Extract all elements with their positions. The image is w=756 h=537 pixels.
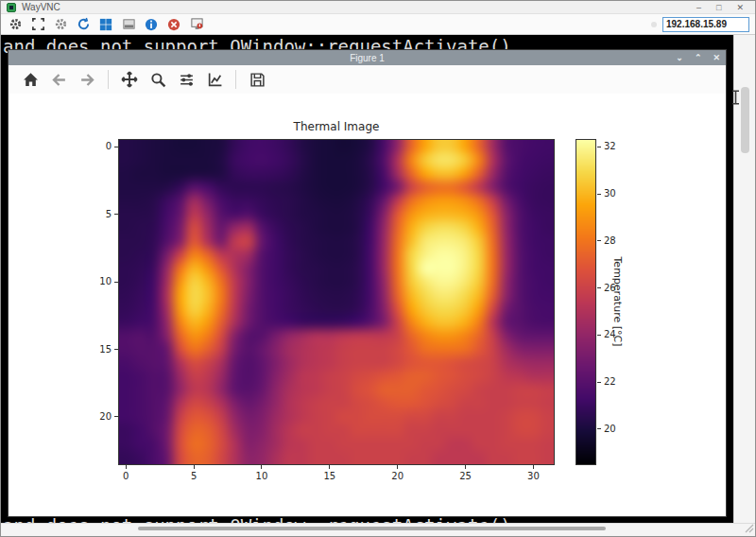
y-tick-mark xyxy=(114,214,118,215)
figure-title: Figure 1 xyxy=(9,53,726,63)
heatmap-axes[interactable] xyxy=(118,139,555,465)
info-icon[interactable] xyxy=(143,16,160,33)
figure-close-icon[interactable]: ✕ xyxy=(713,50,720,65)
screenshot-icon[interactable] xyxy=(120,16,137,33)
x-tick-label: 15 xyxy=(320,471,339,481)
colorbar-tick-label: 26 xyxy=(604,283,616,293)
window-frame xyxy=(1,533,755,536)
colorbar-tick-label: 28 xyxy=(604,235,616,246)
y-tick-mark xyxy=(114,349,118,350)
hotkeys-gear-icon[interactable] xyxy=(7,16,24,33)
horizontal-scrollbar[interactable] xyxy=(1,523,755,533)
toolbar-separator xyxy=(108,70,109,89)
colorbar-tick-mark xyxy=(597,287,601,288)
minimize-icon[interactable]: – xyxy=(696,1,701,14)
x-tick-mark xyxy=(533,465,534,469)
colorbar-tick-label: 30 xyxy=(604,188,616,199)
y-tick-mark xyxy=(114,282,118,283)
back-icon[interactable] xyxy=(46,67,71,92)
resize-grip-icon[interactable] xyxy=(745,524,754,533)
configure-subplots-icon[interactable] xyxy=(174,67,198,92)
x-tick-label: 0 xyxy=(116,471,135,481)
plot-title: Thermal Image xyxy=(119,120,554,133)
colorbar xyxy=(576,139,596,465)
forward-icon[interactable] xyxy=(75,67,99,92)
colorbar-tick-label: 32 xyxy=(604,141,616,151)
x-tick-mark xyxy=(397,465,398,469)
colorbar-tick-label: 20 xyxy=(604,424,616,434)
zoom-icon[interactable] xyxy=(146,67,170,92)
figure-nav-toolbar xyxy=(9,65,726,94)
refresh-icon[interactable] xyxy=(75,16,92,33)
colorbar-tick-mark xyxy=(597,428,601,429)
x-tick-label: 25 xyxy=(456,471,475,481)
roll-down-icon[interactable]: ⌄ xyxy=(676,50,683,65)
x-tick-mark xyxy=(194,465,195,469)
x-tick-mark xyxy=(329,465,330,469)
status-dot xyxy=(651,22,657,27)
titlebar[interactable]: WayVNC – □ ✕ xyxy=(1,1,755,14)
edit-axes-icon[interactable] xyxy=(202,67,227,92)
colorbar-tick-mark xyxy=(597,382,601,383)
colorbar-tick-mark xyxy=(597,335,601,336)
y-tick-label: 5 xyxy=(89,209,112,219)
y-tick-label: 0 xyxy=(89,141,112,151)
maximize-icon[interactable]: □ xyxy=(716,1,721,14)
colorbar-tick-mark xyxy=(597,194,601,195)
plot-canvas[interactable]: Thermal Image Temperature [°C] 051015202… xyxy=(9,94,726,516)
vnc-viewport[interactable]: and does not support QWindow::requestAct… xyxy=(1,35,755,536)
ibeam-cursor-icon xyxy=(730,90,741,105)
y-tick-mark xyxy=(114,147,118,147)
wayvnc-window: WayVNC – □ ✕ xyxy=(0,0,756,537)
home-icon[interactable] xyxy=(18,67,43,92)
ip-address-input[interactable] xyxy=(662,17,749,32)
pan-icon[interactable] xyxy=(117,67,142,92)
disconnect-icon[interactable] xyxy=(165,16,182,33)
client-toolbar xyxy=(1,14,755,35)
settings-gear-icon[interactable] xyxy=(52,16,69,33)
x-tick-label: 20 xyxy=(388,471,407,481)
colorbar-tick-mark xyxy=(597,147,601,147)
vertical-scrollbar-thumb[interactable] xyxy=(741,87,749,153)
y-tick-label: 10 xyxy=(89,276,112,286)
x-tick-mark xyxy=(465,465,466,469)
x-tick-label: 10 xyxy=(252,471,271,481)
vertical-scrollbar[interactable] xyxy=(733,35,755,523)
window-title: WayVNC xyxy=(22,2,691,12)
close-icon[interactable]: ✕ xyxy=(736,1,744,14)
colorbar-tick-mark xyxy=(597,240,601,241)
wayvnc-logo-icon xyxy=(7,3,16,12)
roll-up-icon[interactable]: ⌃ xyxy=(695,50,702,65)
y-tick-label: 15 xyxy=(89,344,112,355)
y-tick-label: 20 xyxy=(89,411,112,422)
colorbar-tick-label: 24 xyxy=(604,329,616,339)
figure-window: Figure 1 ⌄ ⌃ ✕ xyxy=(9,50,726,516)
figure-titlebar[interactable]: Figure 1 ⌄ ⌃ ✕ xyxy=(9,50,726,65)
x-tick-mark xyxy=(126,465,127,469)
y-tick-mark xyxy=(114,416,118,417)
x-tick-mark xyxy=(261,465,262,469)
windows-key-icon[interactable] xyxy=(97,16,114,33)
save-icon[interactable] xyxy=(245,67,269,92)
x-tick-label: 5 xyxy=(184,471,203,481)
x-tick-label: 30 xyxy=(524,471,542,481)
colorbar-tick-label: 22 xyxy=(604,376,616,387)
toolbar-separator xyxy=(235,70,236,89)
fullscreen-icon[interactable] xyxy=(29,16,46,33)
horizontal-scrollbar-thumb[interactable] xyxy=(138,527,606,530)
display-power-icon[interactable] xyxy=(188,16,205,33)
